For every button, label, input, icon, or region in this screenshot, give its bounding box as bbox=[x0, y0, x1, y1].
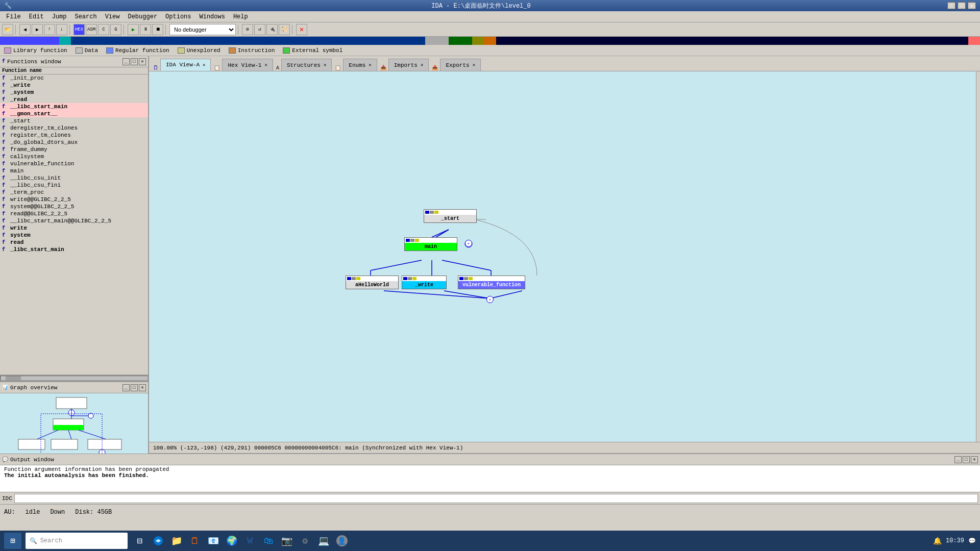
tab-imports-close[interactable]: ✕ bbox=[421, 62, 423, 68]
close-button[interactable]: ✕ bbox=[968, 2, 976, 9]
tab-enums[interactable]: Enums ✕ bbox=[343, 59, 377, 71]
menu-search[interactable]: Search bbox=[70, 12, 101, 21]
taskbar-app-terminal[interactable]: 💻 bbox=[315, 533, 332, 549]
tb-hex[interactable]: HEX bbox=[74, 24, 85, 35]
tb-debug1[interactable]: ⏸ bbox=[140, 24, 151, 35]
tb-back[interactable]: ◀ bbox=[19, 24, 31, 35]
func-libc-start-main[interactable]: f __libc_start_main bbox=[0, 103, 148, 110]
taskbar-app-word[interactable]: W bbox=[242, 533, 258, 549]
taskbar-app-files[interactable]: 📁 bbox=[168, 533, 185, 549]
functions-hscroll[interactable] bbox=[0, 374, 148, 381]
tab-ida-view-a-close[interactable]: ✕ bbox=[203, 62, 205, 68]
tab-imports[interactable]: Imports ✕ bbox=[388, 59, 429, 71]
tab-structures-close[interactable]: ✕ bbox=[324, 62, 326, 68]
tb-refresh[interactable]: ↺ bbox=[254, 24, 265, 35]
taskbar-start-button[interactable]: ⊞ bbox=[4, 533, 21, 549]
tb-graph[interactable]: G bbox=[110, 24, 121, 35]
func-deregister-tm[interactable]: f deregister_tm_clones bbox=[0, 124, 148, 132]
taskbar-app-browser[interactable]: 🌍 bbox=[224, 533, 240, 549]
func-libc-main-glibc[interactable]: f __libc_start_main@@GLIBC_2_2_5 bbox=[0, 217, 148, 224]
functions-minimize[interactable]: _ bbox=[122, 58, 130, 65]
func-libc-csu-fini[interactable]: f __libc_csu_fini bbox=[0, 182, 148, 189]
func-read2[interactable]: f read bbox=[0, 239, 148, 246]
graph-overview-float[interactable]: □ bbox=[131, 384, 138, 391]
functions-list[interactable]: f _init_proc f _write f _system f _read … bbox=[0, 74, 148, 374]
taskbar-app-user[interactable]: 👤 bbox=[334, 533, 350, 549]
node-start[interactable]: _start bbox=[424, 209, 477, 223]
menu-file[interactable]: File bbox=[2, 12, 25, 21]
func-main[interactable]: f main bbox=[0, 167, 148, 174]
func-gmon-start[interactable]: f __gmon_start__ bbox=[0, 110, 148, 117]
tab-hex-view-1-close[interactable]: ✕ bbox=[264, 62, 267, 68]
tb-plugin[interactable]: 🔌 bbox=[266, 24, 278, 35]
node-vulnerable[interactable]: vulnerable_function bbox=[458, 276, 525, 289]
tab-structures[interactable]: Structures ✕ bbox=[281, 59, 332, 71]
tb-debug2[interactable]: ⏹ bbox=[152, 24, 163, 35]
func-system[interactable]: f _system bbox=[0, 89, 148, 96]
tb-stop[interactable]: ✕ bbox=[296, 24, 307, 35]
minimize-button[interactable]: ─ bbox=[947, 2, 955, 9]
func-start[interactable]: f _start bbox=[0, 117, 148, 124]
hscroll-thumb[interactable] bbox=[6, 376, 21, 380]
graph-overview-minimize[interactable]: _ bbox=[122, 384, 130, 391]
func-callsystem[interactable]: f callsystem bbox=[0, 153, 148, 160]
tab-ida-view-a[interactable]: IDA View-A ✕ bbox=[160, 59, 211, 71]
right-scrollbar[interactable] bbox=[976, 71, 980, 442]
functions-close[interactable]: ✕ bbox=[139, 58, 146, 65]
taskbar-app-photos[interactable]: 📷 bbox=[279, 533, 295, 549]
tb-script[interactable]: 📜 bbox=[279, 24, 290, 35]
idc-input[interactable] bbox=[14, 494, 978, 503]
tb-forward[interactable]: ▶ bbox=[32, 24, 43, 35]
output-close[interactable]: ✕ bbox=[971, 456, 978, 463]
func-system2[interactable]: f system bbox=[0, 232, 148, 239]
menu-windows[interactable]: Windows bbox=[195, 12, 229, 21]
tb-open[interactable]: 📂 bbox=[2, 24, 13, 35]
taskbar-search[interactable]: 🔍 Search bbox=[26, 533, 128, 549]
debugger-select[interactable]: No debugger Local debugger Remote debugg… bbox=[169, 24, 236, 35]
tab-exports[interactable]: Exports ✕ bbox=[440, 59, 481, 71]
hscroll-track[interactable] bbox=[0, 375, 148, 381]
tb-asm[interactable]: ASM bbox=[86, 24, 97, 35]
taskbar-app-settings[interactable]: ⚙ bbox=[297, 533, 313, 549]
func-term-proc[interactable]: f _term_proc bbox=[0, 189, 148, 196]
menu-edit[interactable]: Edit bbox=[25, 12, 48, 21]
func-register-tm[interactable]: f register_tm_clones bbox=[0, 132, 148, 139]
func-vulnerable[interactable]: f vulnerable_function bbox=[0, 160, 148, 167]
tab-enums-close[interactable]: ✕ bbox=[369, 62, 371, 68]
notification-area-expand[interactable]: 💬 bbox=[968, 537, 976, 545]
tb-nav2[interactable]: ↓ bbox=[56, 24, 67, 35]
taskbar-notification[interactable]: 🔔 bbox=[933, 537, 942, 545]
taskbar-clock[interactable]: 10:39 bbox=[946, 537, 964, 544]
tab-exports-close[interactable]: ✕ bbox=[473, 62, 475, 68]
taskbar-app-edge[interactable] bbox=[150, 533, 166, 549]
node-hello-world[interactable]: aHelloWorld bbox=[346, 276, 399, 289]
menu-jump[interactable]: Jump bbox=[48, 12, 71, 21]
output-minimize[interactable]: _ bbox=[954, 456, 962, 463]
func-libc-start-main2[interactable]: f _libc_start_main bbox=[0, 246, 148, 253]
func-init-proc[interactable]: f _init_proc bbox=[0, 74, 148, 82]
tb-run[interactable]: ▶ bbox=[128, 24, 139, 35]
tb-settings[interactable]: ⚙ bbox=[242, 24, 253, 35]
taskbar-app-notepad[interactable]: 🗒 bbox=[187, 533, 203, 549]
menu-debugger[interactable]: Debugger bbox=[124, 12, 161, 21]
node-main[interactable]: main bbox=[404, 237, 457, 251]
maximize-button[interactable]: □ bbox=[958, 2, 966, 9]
func-write2[interactable]: f write bbox=[0, 224, 148, 232]
taskbar-app-mail[interactable]: 📧 bbox=[205, 533, 222, 549]
func-do-global-dtors[interactable]: f _do_global_dtors_aux bbox=[0, 139, 148, 146]
func-libc-csu-init[interactable]: f __libc_csu_init bbox=[0, 174, 148, 182]
graph-overview-close[interactable]: ✕ bbox=[139, 384, 146, 391]
node-write[interactable]: _write bbox=[402, 276, 447, 289]
menu-help[interactable]: Help bbox=[229, 12, 252, 21]
func-frame-dummy[interactable]: f frame_dummy bbox=[0, 146, 148, 153]
tb-c[interactable]: C bbox=[98, 24, 109, 35]
taskbar-app-taskview[interactable]: ⊟ bbox=[132, 533, 148, 549]
tb-nav1[interactable]: ↑ bbox=[44, 24, 55, 35]
func-read[interactable]: f _read bbox=[0, 96, 148, 103]
graph-view[interactable]: _start main aHelloWorld bbox=[149, 71, 980, 442]
func-write[interactable]: f _write bbox=[0, 82, 148, 89]
taskbar-app-store[interactable]: 🛍 bbox=[260, 533, 277, 549]
functions-float[interactable]: □ bbox=[131, 58, 138, 65]
func-write-glibc[interactable]: f write@@GLIBC_2_2_5 bbox=[0, 196, 148, 203]
output-float[interactable]: □ bbox=[963, 456, 970, 463]
